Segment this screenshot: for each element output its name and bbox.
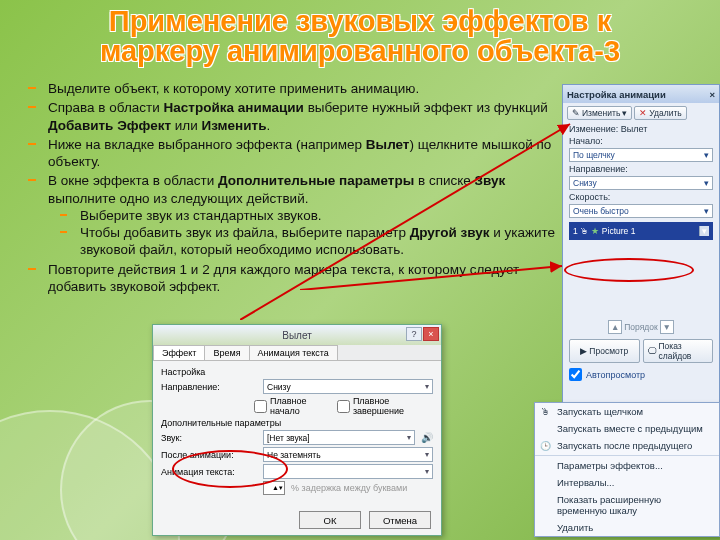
- move-down-button[interactable]: ▼: [660, 320, 674, 334]
- direction-label: Направление:: [563, 163, 719, 175]
- title-line2: маркеру анимированного объекта-3: [100, 35, 620, 67]
- chevron-down-icon: ▾: [425, 467, 429, 476]
- pane-header: Настройка анимации ×: [563, 85, 719, 103]
- dlg-direction-select[interactable]: Снизу▾: [263, 379, 433, 394]
- chevron-down-icon: ▾: [622, 108, 627, 118]
- cancel-button[interactable]: Отмена: [369, 511, 431, 529]
- dlg-after-select[interactable]: Не затемнять▾: [263, 447, 433, 462]
- effect-dialog: Вылет ? × Эффект Время Анимация текста Н…: [152, 324, 442, 536]
- menu-delete[interactable]: Удалить: [535, 519, 719, 536]
- title-line1: Применение звуковых эффектов к: [109, 5, 611, 37]
- chevron-down-icon: ▾: [425, 382, 429, 391]
- menu-effect-options[interactable]: Параметры эффектов...: [535, 457, 719, 474]
- star-icon: ★: [591, 226, 599, 236]
- smooth-end-checkbox[interactable]: Плавное завершение: [337, 396, 433, 416]
- x-icon: ✕: [639, 108, 647, 118]
- chevron-down-icon: ▾: [407, 433, 411, 442]
- item-dropdown-icon[interactable]: ▾: [699, 226, 709, 236]
- bullet-4-sub1: Выберите звук из стандартных звуков.: [74, 207, 558, 224]
- chevron-down-icon: ▾: [704, 150, 709, 160]
- letter-delay-label: % задержка между буквами: [291, 483, 407, 493]
- change-effect-button[interactable]: ✎ Изменить ▾: [567, 106, 632, 120]
- start-select[interactable]: По щелчку▾: [569, 148, 713, 162]
- menu-start-with-prev[interactable]: Запускать вместе с предыдущим: [535, 420, 719, 437]
- group-additional: Дополнительные параметры: [161, 418, 433, 428]
- dlg-sound-select[interactable]: [Нет звука]▾: [263, 430, 415, 445]
- close-icon[interactable]: ×: [709, 89, 715, 100]
- chevron-down-icon: ▾: [704, 206, 709, 216]
- bullet-4-sub2: Чтобы добавить звук из файла, выберите п…: [74, 224, 558, 259]
- dlg-sound-label: Звук:: [161, 433, 257, 443]
- menu-show-advanced-timeline[interactable]: Показать расширенную временную шкалу: [535, 491, 719, 519]
- slideshow-button[interactable]: 🖵 Показ слайдов: [643, 339, 714, 363]
- slide-body-text: Выделите объект, к которому хотите приме…: [28, 80, 558, 297]
- autopreview-input[interactable]: [569, 368, 582, 381]
- help-icon[interactable]: ?: [406, 327, 422, 341]
- menu-start-on-click[interactable]: 🖱Запускать щелчком: [535, 403, 719, 420]
- bullet-1: Выделите объект, к которому хотите приме…: [42, 80, 558, 97]
- direction-select[interactable]: Снизу▾: [569, 176, 713, 190]
- chevron-down-icon: ▾: [425, 450, 429, 459]
- menu-timing[interactable]: Интервалы...: [535, 474, 719, 491]
- remove-effect-button[interactable]: ✕ Удалить: [634, 106, 686, 120]
- context-menu: 🖱Запускать щелчком Запускать вместе с пр…: [534, 402, 720, 537]
- speaker-icon[interactable]: 🔊: [421, 432, 433, 443]
- play-button[interactable]: ▶ Просмотр: [569, 339, 640, 363]
- tab-effect[interactable]: Эффект: [153, 345, 205, 360]
- slide-title: Применение звуковых эффектов к маркеру а…: [0, 6, 720, 67]
- letter-delay-spinner[interactable]: ▲▾: [263, 481, 285, 495]
- chevron-down-icon: ▾: [704, 178, 709, 188]
- bullet-3: Ниже на вкладке выбранного эффекта (напр…: [42, 136, 558, 171]
- speed-label: Скорость:: [563, 191, 719, 203]
- ok-button[interactable]: ОК: [299, 511, 361, 529]
- close-icon[interactable]: ×: [423, 327, 439, 341]
- mouse-icon: 🖱: [538, 405, 552, 419]
- speed-select[interactable]: Очень быстро▾: [569, 204, 713, 218]
- change-label: Изменение: Вылет: [563, 123, 719, 135]
- start-label: Начало:: [563, 135, 719, 147]
- smooth-start-checkbox[interactable]: Плавное начало: [254, 396, 331, 416]
- pencil-icon: ✎: [572, 108, 580, 118]
- animation-task-pane: Настройка анимации × ✎ Изменить ▾ ✕ Удал…: [562, 84, 720, 410]
- autopreview-checkbox[interactable]: Автопросмотр: [563, 365, 719, 384]
- dlg-direction-label: Направление:: [161, 382, 257, 392]
- dialog-titlebar: Вылет ? ×: [153, 325, 441, 345]
- bullet-2: Справа в области Настройка анимации выбе…: [42, 99, 558, 134]
- clock-icon: 🕒: [538, 439, 552, 453]
- pane-title: Настройка анимации: [567, 89, 666, 100]
- tab-timing[interactable]: Время: [204, 345, 249, 360]
- dlg-textanim-label: Анимация текста:: [161, 467, 257, 477]
- effect-list-item[interactable]: 1 🖱 ★ Picture 1 ▾: [569, 222, 713, 240]
- menu-separator: [535, 455, 719, 456]
- reorder-row: ▲ Порядок ▼: [563, 317, 719, 337]
- dialog-title: Вылет: [282, 330, 312, 341]
- dlg-after-label: После анимации:: [161, 450, 257, 460]
- move-up-button[interactable]: ▲: [608, 320, 622, 334]
- bullet-4: В окне эффекта в области Дополнительные …: [42, 172, 558, 258]
- group-settings: Настройка: [161, 367, 433, 377]
- tab-text-animation[interactable]: Анимация текста: [249, 345, 338, 360]
- menu-start-after-prev[interactable]: 🕒Запускать после предыдущего: [535, 437, 719, 454]
- bullet-5: Повторите действия 1 и 2 для каждого мар…: [42, 261, 558, 296]
- dlg-textanim-select[interactable]: ▾: [263, 464, 433, 479]
